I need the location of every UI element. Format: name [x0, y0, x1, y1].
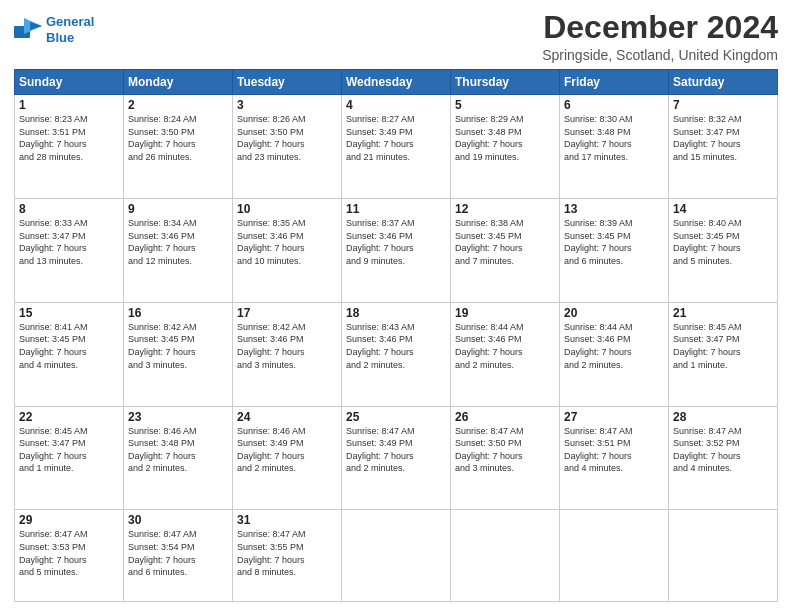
day-number: 26: [455, 410, 555, 424]
day-number: 16: [128, 306, 228, 320]
calendar-cell: 1 Sunrise: 8:23 AMSunset: 3:51 PMDayligh…: [15, 95, 124, 199]
day-number: 25: [346, 410, 446, 424]
calendar-cell: 25 Sunrise: 8:47 AMSunset: 3:49 PMDaylig…: [342, 406, 451, 510]
day-number: 7: [673, 98, 773, 112]
calendar-cell: 14 Sunrise: 8:40 AMSunset: 3:45 PMDaylig…: [669, 198, 778, 302]
cell-info: Sunrise: 8:23 AMSunset: 3:51 PMDaylight:…: [19, 114, 88, 162]
calendar-table: SundayMondayTuesdayWednesdayThursdayFrid…: [14, 69, 778, 602]
calendar-cell: 19 Sunrise: 8:44 AMSunset: 3:46 PMDaylig…: [451, 302, 560, 406]
day-number: 20: [564, 306, 664, 320]
calendar-cell: 8 Sunrise: 8:33 AMSunset: 3:47 PMDayligh…: [15, 198, 124, 302]
day-number: 22: [19, 410, 119, 424]
day-number: 21: [673, 306, 773, 320]
calendar-cell: 27 Sunrise: 8:47 AMSunset: 3:51 PMDaylig…: [560, 406, 669, 510]
logo-line1: General: [46, 14, 94, 29]
location: Springside, Scotland, United Kingdom: [542, 47, 778, 63]
day-number: 31: [237, 513, 337, 527]
day-number: 12: [455, 202, 555, 216]
day-header: Thursday: [451, 70, 560, 95]
cell-info: Sunrise: 8:42 AMSunset: 3:45 PMDaylight:…: [128, 322, 197, 370]
calendar-cell: 4 Sunrise: 8:27 AMSunset: 3:49 PMDayligh…: [342, 95, 451, 199]
calendar-cell: 20 Sunrise: 8:44 AMSunset: 3:46 PMDaylig…: [560, 302, 669, 406]
calendar-cell: 24 Sunrise: 8:46 AMSunset: 3:49 PMDaylig…: [233, 406, 342, 510]
cell-info: Sunrise: 8:37 AMSunset: 3:46 PMDaylight:…: [346, 218, 415, 266]
day-number: 19: [455, 306, 555, 320]
cell-info: Sunrise: 8:35 AMSunset: 3:46 PMDaylight:…: [237, 218, 306, 266]
day-number: 17: [237, 306, 337, 320]
day-number: 30: [128, 513, 228, 527]
cell-info: Sunrise: 8:39 AMSunset: 3:45 PMDaylight:…: [564, 218, 633, 266]
cell-info: Sunrise: 8:30 AMSunset: 3:48 PMDaylight:…: [564, 114, 633, 162]
day-number: 15: [19, 306, 119, 320]
calendar-cell: [560, 510, 669, 602]
cell-info: Sunrise: 8:42 AMSunset: 3:46 PMDaylight:…: [237, 322, 306, 370]
cell-info: Sunrise: 8:34 AMSunset: 3:46 PMDaylight:…: [128, 218, 197, 266]
calendar-cell: 22 Sunrise: 8:45 AMSunset: 3:47 PMDaylig…: [15, 406, 124, 510]
day-number: 8: [19, 202, 119, 216]
title-section: December 2024 Springside, Scotland, Unit…: [542, 10, 778, 63]
calendar-cell: [342, 510, 451, 602]
day-number: 27: [564, 410, 664, 424]
cell-info: Sunrise: 8:38 AMSunset: 3:45 PMDaylight:…: [455, 218, 524, 266]
day-header: Sunday: [15, 70, 124, 95]
page: General Blue December 2024 Springside, S…: [0, 0, 792, 612]
calendar-cell: 5 Sunrise: 8:29 AMSunset: 3:48 PMDayligh…: [451, 95, 560, 199]
day-number: 1: [19, 98, 119, 112]
day-header: Saturday: [669, 70, 778, 95]
cell-info: Sunrise: 8:46 AMSunset: 3:48 PMDaylight:…: [128, 426, 197, 474]
logo-icon: [14, 18, 42, 42]
day-number: 23: [128, 410, 228, 424]
calendar-cell: 10 Sunrise: 8:35 AMSunset: 3:46 PMDaylig…: [233, 198, 342, 302]
day-number: 28: [673, 410, 773, 424]
day-number: 24: [237, 410, 337, 424]
cell-info: Sunrise: 8:24 AMSunset: 3:50 PMDaylight:…: [128, 114, 197, 162]
day-number: 13: [564, 202, 664, 216]
calendar-cell: 30 Sunrise: 8:47 AMSunset: 3:54 PMDaylig…: [124, 510, 233, 602]
cell-info: Sunrise: 8:40 AMSunset: 3:45 PMDaylight:…: [673, 218, 742, 266]
cell-info: Sunrise: 8:46 AMSunset: 3:49 PMDaylight:…: [237, 426, 306, 474]
month-title: December 2024: [542, 10, 778, 45]
cell-info: Sunrise: 8:43 AMSunset: 3:46 PMDaylight:…: [346, 322, 415, 370]
calendar-cell: 23 Sunrise: 8:46 AMSunset: 3:48 PMDaylig…: [124, 406, 233, 510]
day-header: Wednesday: [342, 70, 451, 95]
day-number: 3: [237, 98, 337, 112]
calendar-cell: 29 Sunrise: 8:47 AMSunset: 3:53 PMDaylig…: [15, 510, 124, 602]
calendar-cell: 21 Sunrise: 8:45 AMSunset: 3:47 PMDaylig…: [669, 302, 778, 406]
svg-marker-2: [30, 22, 42, 30]
calendar-cell: 18 Sunrise: 8:43 AMSunset: 3:46 PMDaylig…: [342, 302, 451, 406]
cell-info: Sunrise: 8:47 AMSunset: 3:55 PMDaylight:…: [237, 529, 306, 577]
cell-info: Sunrise: 8:47 AMSunset: 3:54 PMDaylight:…: [128, 529, 197, 577]
header: General Blue December 2024 Springside, S…: [14, 10, 778, 63]
day-number: 6: [564, 98, 664, 112]
day-number: 29: [19, 513, 119, 527]
day-number: 18: [346, 306, 446, 320]
calendar-cell: [451, 510, 560, 602]
cell-info: Sunrise: 8:26 AMSunset: 3:50 PMDaylight:…: [237, 114, 306, 162]
cell-info: Sunrise: 8:32 AMSunset: 3:47 PMDaylight:…: [673, 114, 742, 162]
calendar-cell: [669, 510, 778, 602]
logo-line2: Blue: [46, 30, 74, 45]
cell-info: Sunrise: 8:45 AMSunset: 3:47 PMDaylight:…: [19, 426, 88, 474]
day-number: 2: [128, 98, 228, 112]
calendar-cell: 3 Sunrise: 8:26 AMSunset: 3:50 PMDayligh…: [233, 95, 342, 199]
calendar-cell: 26 Sunrise: 8:47 AMSunset: 3:50 PMDaylig…: [451, 406, 560, 510]
cell-info: Sunrise: 8:44 AMSunset: 3:46 PMDaylight:…: [564, 322, 633, 370]
day-header: Friday: [560, 70, 669, 95]
cell-info: Sunrise: 8:47 AMSunset: 3:53 PMDaylight:…: [19, 529, 88, 577]
cell-info: Sunrise: 8:47 AMSunset: 3:50 PMDaylight:…: [455, 426, 524, 474]
calendar-cell: 13 Sunrise: 8:39 AMSunset: 3:45 PMDaylig…: [560, 198, 669, 302]
day-header: Monday: [124, 70, 233, 95]
calendar-cell: 12 Sunrise: 8:38 AMSunset: 3:45 PMDaylig…: [451, 198, 560, 302]
calendar-cell: 28 Sunrise: 8:47 AMSunset: 3:52 PMDaylig…: [669, 406, 778, 510]
cell-info: Sunrise: 8:47 AMSunset: 3:51 PMDaylight:…: [564, 426, 633, 474]
calendar-cell: 16 Sunrise: 8:42 AMSunset: 3:45 PMDaylig…: [124, 302, 233, 406]
cell-info: Sunrise: 8:47 AMSunset: 3:52 PMDaylight:…: [673, 426, 742, 474]
day-number: 10: [237, 202, 337, 216]
cell-info: Sunrise: 8:44 AMSunset: 3:46 PMDaylight:…: [455, 322, 524, 370]
cell-info: Sunrise: 8:29 AMSunset: 3:48 PMDaylight:…: [455, 114, 524, 162]
calendar-cell: 6 Sunrise: 8:30 AMSunset: 3:48 PMDayligh…: [560, 95, 669, 199]
day-number: 14: [673, 202, 773, 216]
calendar-cell: 9 Sunrise: 8:34 AMSunset: 3:46 PMDayligh…: [124, 198, 233, 302]
logo: General Blue: [14, 14, 94, 45]
cell-info: Sunrise: 8:45 AMSunset: 3:47 PMDaylight:…: [673, 322, 742, 370]
